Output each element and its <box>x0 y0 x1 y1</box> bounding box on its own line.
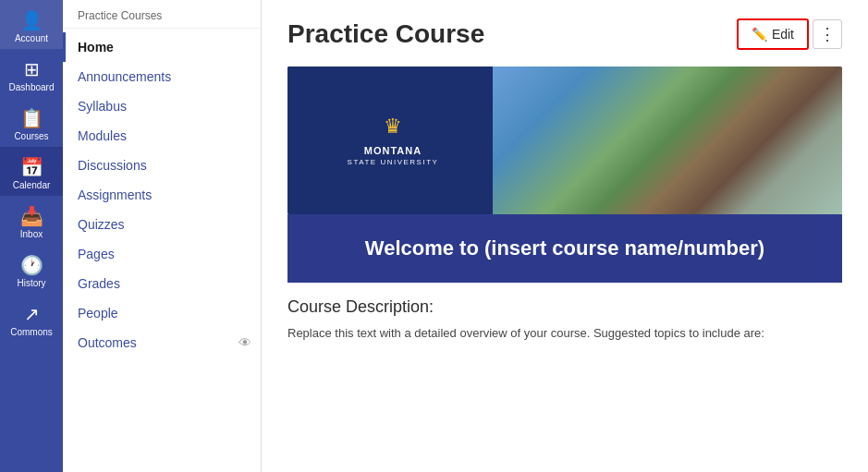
course-nav-item-people: People <box>63 298 261 328</box>
course-nav-link-pages[interactable]: Pages <box>63 239 261 269</box>
global-nav-label-history: History <box>17 278 45 288</box>
campus-photo <box>493 67 842 214</box>
course-banner-image: ♛ MONTANA STATE UNIVERSITY <box>287 67 842 214</box>
course-nav-link-outcomes[interactable]: Outcomes <box>63 328 261 357</box>
welcome-text: Welcome to (insert course name/number) <box>306 235 824 262</box>
course-nav-link-quizzes[interactable]: Quizzes <box>63 210 261 239</box>
global-navigation: 👤 Account ⊞ Dashboard 📋 Courses 📅 Calend… <box>0 0 63 472</box>
welcome-banner: Welcome to (insert course name/number) <box>287 214 842 283</box>
breadcrumb: Practice Courses <box>63 0 261 29</box>
edit-button[interactable]: ✏️ Edit <box>737 18 809 50</box>
global-nav-item-commons[interactable]: ↗ Commons <box>0 294 63 343</box>
course-nav-link-discussions[interactable]: Discussions <box>63 151 261 180</box>
course-nav-link-people[interactable]: People <box>63 298 261 328</box>
global-nav-label-dashboard: Dashboard <box>9 82 55 92</box>
global-nav-label-calendar: Calendar <box>13 180 51 190</box>
header-actions: ✏️ Edit ⋮ <box>737 18 842 50</box>
account-icon: 👤 <box>20 9 43 31</box>
global-nav-label-account: Account <box>15 33 48 43</box>
global-nav-item-history[interactable]: 🕐 History <box>0 245 63 294</box>
course-nav-link-announcements[interactable]: Announcements <box>63 62 261 91</box>
msu-logo-subtext: STATE UNIVERSITY <box>348 158 439 166</box>
global-nav-item-dashboard[interactable]: ⊞ Dashboard <box>0 49 63 98</box>
description-heading: Course Description: <box>287 297 842 317</box>
course-nav-link-syllabus[interactable]: Syllabus <box>63 91 261 121</box>
msu-crown-icon: ♛ <box>384 115 402 139</box>
course-description: Course Description: Replace this text wi… <box>287 297 842 343</box>
global-nav-label-commons: Commons <box>10 327 53 337</box>
global-nav-item-inbox[interactable]: 📥 Inbox <box>0 196 63 245</box>
commons-icon: ↗ <box>24 303 40 325</box>
dashboard-icon: ⊞ <box>24 58 40 80</box>
global-nav-item-courses[interactable]: 📋 Courses <box>0 98 63 147</box>
history-icon: 🕐 <box>20 254 43 276</box>
course-nav-item-assignments: Assignments <box>63 180 261 210</box>
msu-logo: ♛ MONTANA STATE UNIVERSITY <box>287 67 498 214</box>
page-header: Practice Course ✏️ Edit ⋮ <box>287 18 842 50</box>
more-options-button[interactable]: ⋮ <box>813 19 842 49</box>
course-nav-item-syllabus: Syllabus <box>63 91 261 121</box>
courses-icon: 📋 <box>20 107 43 129</box>
course-nav-item-grades: Grades <box>63 269 261 298</box>
calendar-icon: 📅 <box>20 156 43 178</box>
page-title: Practice Course <box>287 19 484 49</box>
course-nav-item-pages: Pages <box>63 239 261 269</box>
global-nav-item-account[interactable]: 👤 Account <box>0 0 63 49</box>
course-nav-list: HomeAnnouncementsSyllabusModulesDiscussi… <box>63 29 261 361</box>
course-nav-item-home: Home <box>63 32 261 62</box>
course-nav-item-announcements: Announcements <box>63 62 261 91</box>
course-nav-link-assignments[interactable]: Assignments <box>63 180 261 210</box>
description-text: Replace this text with a detailed overvi… <box>287 324 842 343</box>
eye-icon[interactable]: 👁 <box>238 335 251 350</box>
global-nav-label-inbox: Inbox <box>20 229 43 239</box>
course-nav-item-modules: Modules <box>63 121 261 151</box>
global-nav-item-calendar[interactable]: 📅 Calendar <box>0 147 63 196</box>
course-nav-item-quizzes: Quizzes <box>63 210 261 239</box>
course-nav-item-outcomes: Outcomes👁 <box>63 328 261 357</box>
course-navigation: Practice Courses HomeAnnouncementsSyllab… <box>63 0 262 472</box>
course-nav-link-grades[interactable]: Grades <box>63 269 261 298</box>
course-nav-item-discussions: Discussions <box>63 151 261 180</box>
inbox-icon: 📥 <box>20 205 43 227</box>
msu-logo-text: MONTANA <box>364 144 422 157</box>
main-content-area: Practice Course ✏️ Edit ⋮ ♛ MONTANA STAT… <box>262 0 868 472</box>
pencil-icon: ✏️ <box>752 27 767 42</box>
course-nav-link-modules[interactable]: Modules <box>63 121 261 151</box>
global-nav-label-courses: Courses <box>14 131 48 141</box>
course-nav-link-home[interactable]: Home <box>63 32 261 62</box>
ellipsis-icon: ⋮ <box>819 24 836 44</box>
